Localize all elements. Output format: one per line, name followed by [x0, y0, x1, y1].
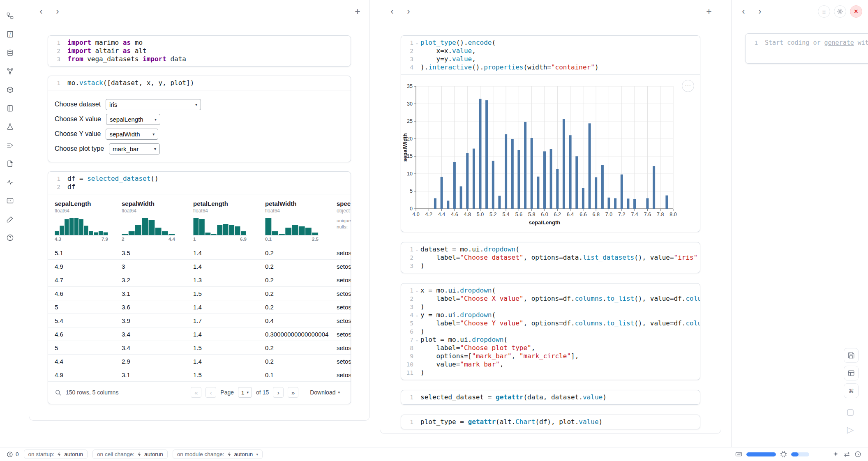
code-editor[interactable]: 1import marimo as mo2import altair as al…: [48, 36, 351, 66]
generate-with-ai-link[interactable]: generate: [824, 39, 854, 46]
column-header[interactable]: petalLengthfloat6416.9: [187, 194, 259, 246]
chip-value: autorun: [64, 451, 83, 457]
table-row[interactable]: 5.43.91.70.4setosa: [48, 314, 351, 327]
chart-actions-button[interactable]: ⋯: [682, 80, 694, 92]
column-header[interactable]: petalWidthfloat640.12.5: [259, 194, 330, 246]
table-row[interactable]: 5.13.51.40.2setosa: [48, 246, 351, 260]
column-histogram: [55, 217, 108, 235]
column-header[interactable]: sepalLengthfloat644.37.9: [48, 194, 115, 246]
y-value-select[interactable]: sepalWidth▾: [106, 129, 158, 140]
vstack-output: Choose dataset iris▾ Choose X value sepa…: [48, 90, 351, 162]
fold-icon[interactable]: ⌄: [413, 286, 420, 295]
column-header[interactable]: speciesobjectunique:nulls:: [330, 194, 351, 246]
svg-text:6.0: 6.0: [541, 212, 548, 217]
table-row[interactable]: 4.63.41.40.30000000000000004setosa: [48, 327, 351, 341]
column-next-button[interactable]: ›: [51, 5, 64, 18]
search-icon[interactable]: [55, 389, 62, 396]
plot-type-select[interactable]: mark_bar▾: [109, 143, 160, 154]
table-cell: 1.5: [187, 368, 259, 382]
fold-icon[interactable]: ⌄: [413, 245, 420, 254]
dataset-select[interactable]: iris▾: [106, 99, 201, 110]
column-prev-button[interactable]: ‹: [35, 5, 47, 18]
table-row[interactable]: 4.93.11.50.1setosa: [48, 368, 351, 382]
column-prev-button[interactable]: ‹: [737, 5, 750, 18]
on-module-change-config[interactable]: on module change: autorun ▾: [173, 449, 263, 459]
panel-actions: ≡ ×: [818, 5, 862, 18]
code-editor[interactable]: 1mo.vstack([dataset, x, y, plot]): [48, 76, 351, 90]
table-row[interactable]: 4.63.11.50.2setosa: [48, 287, 351, 300]
floating-layout-button[interactable]: [844, 366, 859, 380]
chart-svg[interactable]: 4.04.24.44.64.85.05.25.45.65.86.06.26.46…: [403, 81, 685, 226]
table-row[interactable]: 4.931.40.2setosa: [48, 260, 351, 273]
keyboard-shortcuts-button[interactable]: ⌘: [844, 383, 859, 398]
gutter-spacer: [413, 55, 420, 63]
on-cell-change-config[interactable]: on cell change: autorun: [92, 449, 168, 459]
shuffle-button[interactable]: [843, 451, 850, 458]
experiments-button[interactable]: [4, 121, 16, 132]
code-editor[interactable]: 1df = selected_dataset()2df: [48, 172, 351, 194]
column-next-button[interactable]: ›: [402, 5, 415, 18]
code-editor[interactable]: 1plot_type = getattr(alt.Chart(df), plot…: [401, 415, 700, 429]
prev-page-button[interactable]: ‹: [205, 387, 216, 398]
table-cell: 3.1: [115, 368, 187, 382]
table-cell: 5.1: [48, 246, 115, 260]
ai-button[interactable]: [832, 451, 839, 458]
code-line: 10 value="mark_bar",: [401, 360, 700, 369]
flask-icon: [6, 123, 14, 131]
code-line: 6): [401, 327, 700, 336]
last-page-button[interactable]: »: [288, 387, 298, 398]
circle-x-icon: [7, 451, 13, 458]
code-editor[interactable]: 1⌄plot_type().encode(2 x=x.value,3 y=y.v…: [401, 36, 700, 74]
column-header[interactable]: sepalWidthfloat6424.4: [115, 194, 187, 246]
table-row[interactable]: 53.61.40.2setosa: [48, 300, 351, 314]
stop-all-button[interactable]: [842, 404, 859, 421]
code-editor[interactable]: 1⌄x = mo.ui.dropdown(2 label="Choose X v…: [401, 284, 700, 380]
snippets-button[interactable]: [4, 213, 16, 225]
code-editor[interactable]: 1selected_dataset = getattr(data, datase…: [401, 390, 700, 404]
dependency-graph-button[interactable]: [4, 65, 16, 77]
floating-save-button[interactable]: [844, 348, 859, 363]
run-all-button[interactable]: ▷: [842, 422, 859, 438]
errors-indicator[interactable]: 0: [7, 451, 19, 458]
logs-button[interactable]: [4, 139, 16, 151]
console-button[interactable]: [4, 195, 16, 206]
next-page-button[interactable]: ›: [273, 387, 284, 398]
packages-button[interactable]: [4, 84, 16, 95]
column-next-button[interactable]: ›: [754, 5, 766, 18]
fold-icon[interactable]: ⌄: [413, 39, 420, 47]
keyboard-button[interactable]: [735, 451, 742, 458]
panel-menu-button[interactable]: ≡: [818, 5, 830, 18]
table-row[interactable]: 53.41.50.2setosa: [48, 341, 351, 355]
on-startup-config[interactable]: on startup: autorun: [24, 449, 88, 459]
marimo-file-button[interactable]: f: [4, 28, 16, 40]
first-page-button[interactable]: «: [191, 387, 201, 398]
page-select[interactable]: 1▾: [238, 387, 252, 398]
file-explorer-button[interactable]: [4, 10, 16, 21]
datasources-button[interactable]: [4, 47, 16, 58]
panel-close-button[interactable]: ×: [850, 5, 862, 18]
code-line: 2 x=x.value,: [401, 47, 700, 55]
fold-icon[interactable]: ⌄: [413, 311, 420, 319]
scratchpad-editor[interactable]: 1 Start coding or generate with AI: [745, 33, 868, 64]
table-row[interactable]: 4.42.91.40.2setosa: [48, 355, 351, 368]
tracing-button[interactable]: [4, 176, 16, 188]
chevron-left-icon: ‹: [39, 7, 42, 16]
table-cell: 1.7: [187, 314, 259, 327]
column-prev-button[interactable]: ‹: [386, 5, 398, 18]
help-button[interactable]: [4, 232, 16, 243]
x-value-select[interactable]: sepalLength▾: [106, 114, 160, 125]
documentation-button[interactable]: [4, 158, 16, 169]
history-button[interactable]: [854, 451, 861, 458]
notebook-button[interactable]: [4, 102, 16, 114]
table-row[interactable]: 4.73.21.30.2setosa: [48, 273, 351, 287]
table-cell: setosa: [330, 327, 351, 341]
gutter-spacer: [60, 39, 67, 47]
fold-icon[interactable]: ⌄: [413, 336, 420, 344]
panel-settings-button[interactable]: [834, 5, 846, 18]
add-cell-button[interactable]: +: [703, 5, 715, 18]
cpu-button[interactable]: [780, 451, 787, 458]
download-button[interactable]: Download▾: [310, 389, 340, 396]
add-cell-button[interactable]: +: [351, 5, 364, 18]
marimo-app: f ‹ › + 1import marimo as mo2import alta…: [0, 0, 868, 461]
code-editor[interactable]: 1⌄dataset = mo.ui.dropdown(2 label="Choo…: [401, 242, 700, 273]
